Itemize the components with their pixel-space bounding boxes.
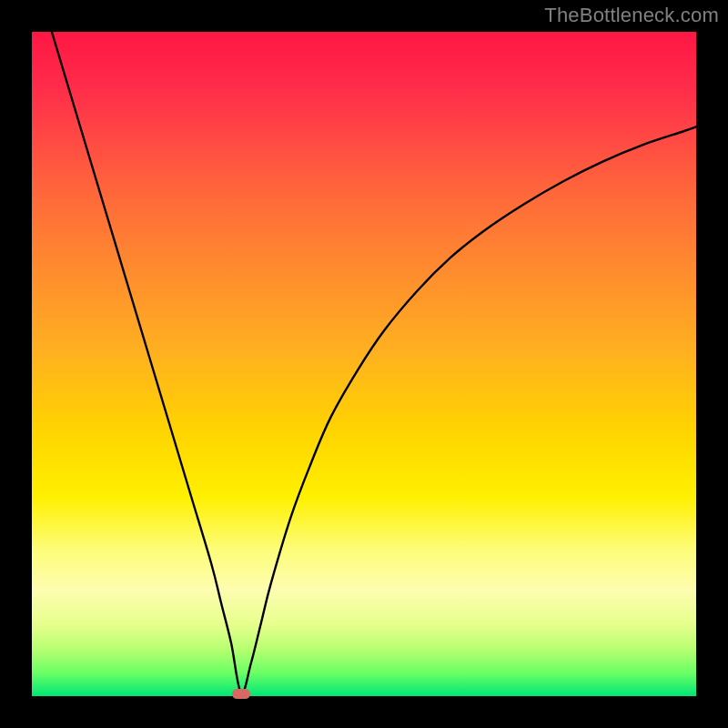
- watermark-text: TheBottleneck.com: [544, 4, 719, 27]
- optimal-marker-icon: [232, 689, 250, 699]
- chart-frame: TheBottleneck.com: [0, 0, 728, 728]
- bottleneck-curve: [32, 32, 696, 696]
- plot-area: [32, 32, 696, 696]
